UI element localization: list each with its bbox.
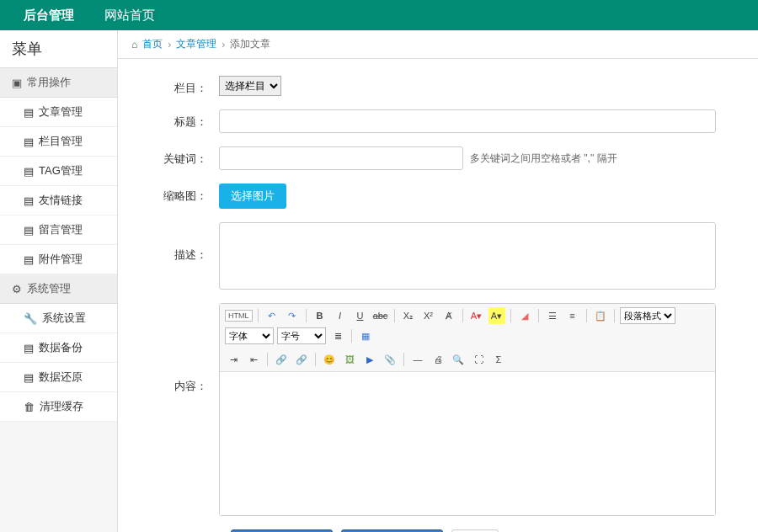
paste-icon[interactable]: 📋 (592, 307, 609, 324)
sidebar-item-label: 栏目管理 (39, 134, 83, 149)
topbar-admin[interactable]: 后台管理 (8, 0, 89, 30)
editor-body[interactable] (220, 372, 715, 515)
toolbar-sep (351, 329, 352, 343)
html-button[interactable]: HTML (225, 310, 253, 322)
topbar-home[interactable]: 网站首页 (89, 0, 170, 30)
sidebar-item-label: TAG管理 (39, 163, 83, 178)
list-ul-icon[interactable]: ☰ (544, 307, 561, 324)
preview-icon[interactable]: 🔍 (450, 351, 467, 368)
hr-icon[interactable]: — (409, 351, 426, 368)
trash-icon: 🗑 (24, 401, 35, 413)
sidebar-item-label: 附件管理 (39, 252, 83, 267)
sidebar-item-tag[interactable]: ▤ TAG管理 (0, 157, 117, 186)
sup-icon[interactable]: X² (420, 307, 437, 324)
keyword-help: 多关键词之间用空格或者 "," 隔开 (470, 152, 617, 166)
print-icon[interactable]: 🖨 (430, 351, 446, 368)
emoji-icon[interactable]: 😊 (321, 351, 338, 368)
doc-icon: ▤ (24, 194, 34, 207)
toolbar-sep (315, 353, 316, 366)
sidebar-item-label: 清理缓存 (40, 399, 83, 414)
sidebar-item-column[interactable]: ▤ 栏目管理 (0, 127, 117, 157)
size-select[interactable]: 字号 (277, 327, 326, 344)
sidebar-item-label: 系统设置 (42, 311, 86, 326)
toolbar-sep (258, 309, 259, 322)
breadcrumb-sep: › (222, 39, 225, 51)
format-select[interactable]: 段落格式 (620, 307, 675, 324)
toolbar-sep (403, 353, 404, 366)
strike-icon[interactable]: abc (372, 307, 389, 324)
more-icon[interactable]: ▦ (357, 327, 374, 344)
video-icon[interactable]: ▶ (361, 351, 378, 368)
sidebar-item-backup[interactable]: ▤ 数据备份 (0, 333, 117, 363)
sidebar-item-label: 文章管理 (39, 104, 83, 120)
column-label: 栏目： (143, 76, 219, 96)
sidebar-item-message[interactable]: ▤ 留言管理 (0, 215, 117, 245)
thumb-button[interactable]: 选择图片 (219, 184, 286, 209)
breadcrumb-section[interactable]: 文章管理 (176, 37, 216, 51)
rich-editor: HTML ↶ ↷ B I U abc X₂ X² A̸ (219, 303, 716, 516)
keyword-input[interactable] (219, 146, 463, 170)
keyword-label: 关键词： (143, 146, 219, 167)
sidebar-group-system[interactable]: ⚙ 系统管理 (0, 274, 117, 304)
sidebar-item-restore[interactable]: ▤ 数据还原 (0, 363, 117, 392)
underline-icon[interactable]: U (352, 307, 369, 324)
undo-icon[interactable]: ↶ (264, 307, 280, 324)
align-icon[interactable]: ≣ (329, 327, 346, 344)
doc-icon: ▤ (24, 371, 34, 384)
wrench-icon: 🔧 (24, 312, 37, 325)
formula-icon[interactable]: Σ (490, 351, 507, 368)
backcolor-icon[interactable]: A▾ (488, 307, 505, 324)
breadcrumb-home[interactable]: 首页 (142, 37, 163, 51)
sub-icon[interactable]: X₂ (400, 307, 417, 324)
toolbar-sep (586, 309, 587, 322)
main-content: ⌂ 首页 › 文章管理 › 添加文章 栏目： 选择栏目 标题： (118, 30, 758, 532)
toolbar-sep (614, 309, 615, 322)
sidebar-item-article[interactable]: ▤ 文章管理 (0, 98, 117, 127)
toolbar-sep (394, 309, 395, 322)
bold-icon[interactable]: B (312, 307, 328, 324)
sidebar-group-label: 系统管理 (27, 281, 71, 296)
toolbar-sep (267, 353, 268, 366)
clear-icon[interactable]: A̸ (440, 307, 457, 324)
outdent-icon[interactable]: ⇤ (245, 351, 262, 368)
eraser-icon[interactable]: ◢ (516, 307, 533, 324)
sidebar-item-link[interactable]: ▤ 友情链接 (0, 186, 117, 215)
desc-textarea[interactable] (219, 222, 716, 290)
breadcrumb-current: 添加文章 (230, 37, 270, 51)
sidebar-group-label: 常用操作 (27, 75, 71, 90)
sidebar-item-settings[interactable]: 🔧 系统设置 (0, 304, 117, 333)
home-icon: ⌂ (131, 39, 137, 51)
indent-icon[interactable]: ⇥ (225, 351, 242, 368)
italic-icon[interactable]: I (332, 307, 349, 324)
breadcrumb-sep: › (168, 39, 171, 51)
sidebar-item-label: 留言管理 (39, 222, 83, 237)
column-select[interactable]: 选择栏目 (219, 76, 281, 96)
plus-icon: ▣ (12, 77, 22, 89)
image-icon[interactable]: 🖼 (341, 351, 358, 368)
title-label: 标题： (143, 109, 219, 130)
sidebar-item-label: 友情链接 (39, 193, 83, 208)
toolbar-sep (462, 309, 463, 322)
doc-icon: ▤ (24, 253, 34, 266)
sidebar-item-cache[interactable]: 🗑 清理缓存 (0, 392, 117, 422)
doc-icon: ▤ (24, 342, 34, 354)
list-ol-icon[interactable]: ≡ (564, 307, 581, 324)
sidebar-group-common[interactable]: ▣ 常用操作 (0, 68, 117, 98)
link-icon[interactable]: 🔗 (273, 351, 290, 368)
editor-toolbar: HTML ↶ ↷ B I U abc X₂ X² A̸ (220, 304, 715, 372)
sidebar-item-attachment[interactable]: ▤ 附件管理 (0, 245, 117, 274)
row-keyword: 关键词： 多关键词之间用空格或者 "," 隔开 (143, 146, 733, 170)
sidebar-item-label: 数据备份 (39, 340, 83, 355)
sidebar-item-label: 数据还原 (39, 370, 83, 385)
attach-icon[interactable]: 📎 (382, 351, 398, 368)
title-input[interactable] (219, 109, 716, 133)
unlink-icon[interactable]: 🔗 (293, 351, 310, 368)
redo-icon[interactable]: ↷ (284, 307, 301, 324)
forecolor-icon[interactable]: A▾ (468, 307, 485, 324)
row-desc: 描述： (143, 222, 733, 290)
font-select[interactable]: 字体 (225, 327, 274, 344)
gear-icon: ⚙ (12, 283, 22, 295)
form: 栏目： 选择栏目 标题： 关键词： 多关键词之间用空格或者 " (118, 59, 758, 532)
fullscreen-icon[interactable]: ⛶ (470, 351, 487, 368)
doc-icon: ▤ (24, 136, 34, 148)
